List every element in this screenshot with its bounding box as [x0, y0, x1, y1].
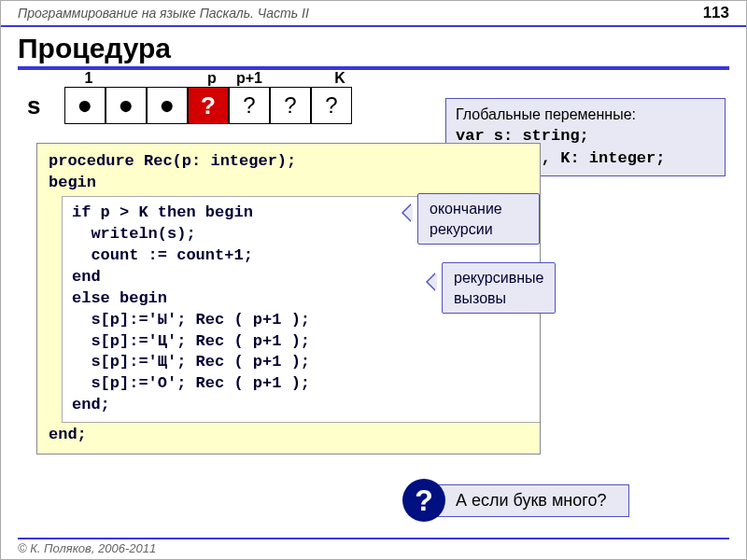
callout-end-recursion: окончание рекурсии	[417, 193, 540, 245]
course-title: Программирование на языке Паскаль. Часть…	[18, 6, 309, 21]
code-l10: s[p]:='Щ'; Rec ( p+1 );	[72, 352, 530, 373]
code-l2: begin	[49, 173, 529, 194]
callout-recursive-calls: рекурсивные вызовы	[442, 262, 556, 314]
header-bar: Программирование на языке Паскаль. Часть…	[1, 1, 746, 27]
array-labels: 1 p p+1 K	[68, 70, 357, 87]
cell-2: ●	[106, 87, 147, 124]
cell-3: ●	[147, 87, 188, 124]
cell-p2: ?	[270, 87, 311, 124]
label-p1: p+1	[233, 70, 282, 87]
code-l11: s[p]:='О'; Rec ( p+1 );	[72, 373, 530, 395]
question-icon: ?	[402, 479, 445, 522]
page-number: 113	[703, 4, 729, 22]
cell-p1: ?	[229, 87, 270, 124]
slide-title: Процедура	[18, 33, 729, 70]
footer-copyright: © К. Поляков, 2006-2011	[18, 538, 729, 555]
question-box: ? А если букв много?	[402, 479, 629, 522]
label-k: K	[323, 70, 357, 87]
cell-1: ●	[64, 87, 106, 124]
code-l13: end;	[49, 425, 529, 446]
question-text: А если букв много?	[425, 484, 629, 517]
code-l9: s[p]:='Ц'; Rec ( p+1 );	[72, 331, 530, 353]
code-l12: end;	[72, 395, 530, 416]
code-l1: procedure Rec(p: integer);	[49, 151, 529, 173]
cell-p: ?	[188, 87, 229, 124]
label-p: p	[191, 70, 233, 87]
s-label: s	[27, 91, 55, 120]
cell-k: ?	[311, 87, 352, 124]
code-box: procedure Rec(p: integer); begin if p > …	[36, 143, 541, 455]
label-1: 1	[68, 70, 109, 87]
globals-heading: Глобальные переменные:	[456, 105, 715, 125]
